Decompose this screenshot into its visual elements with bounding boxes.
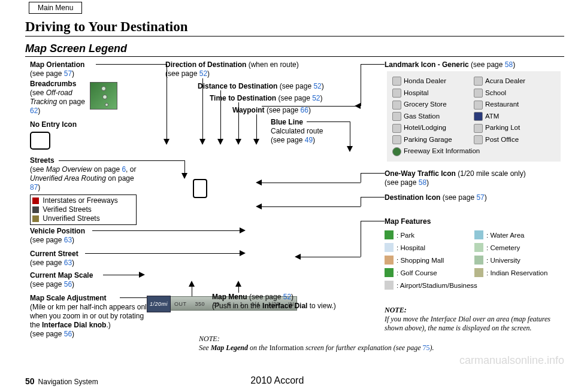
page-link-75[interactable]: 75 <box>423 344 430 352</box>
breadcrumbs-l2: on page <box>57 98 85 106</box>
page-title: Driving to Your Destination <box>25 5 564 37</box>
streets-close: ) <box>38 183 40 192</box>
page-link-58a[interactable]: 58 <box>505 60 513 69</box>
cemetery-swatch <box>474 243 483 252</box>
leader-line <box>92 230 240 231</box>
direction-suffix: (when en route) <box>246 60 298 69</box>
hospital-swatch <box>385 243 394 252</box>
arrow-right-icon <box>240 250 246 256</box>
park-label: : Park <box>397 232 414 239</box>
landmark-honda: Honda Dealer <box>404 77 446 84</box>
bottom-note: NOTE: See Map Legend on the Information … <box>199 335 456 353</box>
direction-label: Direction of Destination <box>165 60 246 69</box>
page-link-57a[interactable]: 57 <box>64 69 72 78</box>
page-link-52d[interactable]: 52 <box>283 293 291 301</box>
one-way-label: One-Way Traffic Icon <box>385 169 456 178</box>
blue-line-body: Calculated route <box>271 127 323 135</box>
school-icon <box>474 89 483 98</box>
map-menu-body1: (Push in on the <box>212 302 262 310</box>
arrow-down-icon <box>164 139 170 145</box>
current-street-see: (see page <box>30 259 64 267</box>
page-link-52b[interactable]: 52 <box>313 82 321 90</box>
waypoint-block: Waypoint (see page 66) <box>232 106 364 115</box>
no-entry-icon <box>30 132 50 150</box>
streets-block: Streets (see Map Overview on page 6, or … <box>30 156 143 225</box>
current-map-scale-label: Current Map Scale <box>30 271 93 279</box>
golf-swatch <box>385 268 394 277</box>
landmark-gas: Gas Station <box>404 113 440 120</box>
destination-icon-close: ) <box>485 193 487 202</box>
freeway-exit-icon <box>392 147 401 156</box>
landmark-acura: Acura Dealer <box>485 77 525 84</box>
leader-line <box>262 106 361 107</box>
leader-line <box>361 197 385 197</box>
streets-i2: Unverified Area Routing <box>30 174 106 183</box>
vehicle-position-see: (see page <box>30 236 64 244</box>
streets-label: Streets <box>30 156 55 165</box>
distance-to-destination-block: Distance to Destination (see page 52) <box>198 82 365 91</box>
scale-adjust-see: (see page <box>30 330 64 338</box>
landmark-hotel: Hotel/Lodging <box>404 124 446 131</box>
leader-line <box>103 275 139 275</box>
main-menu-button[interactable]: Main Menu <box>29 2 82 14</box>
university-label: : University <box>486 257 520 264</box>
leader-line <box>361 64 385 65</box>
page-link-49[interactable]: 49 <box>305 136 313 144</box>
post-office-icon <box>474 135 483 144</box>
map-menu-block: Map Menu (see page 52) (Push in on the I… <box>212 293 368 311</box>
right-note-body: If you move the Interface Dial over an a… <box>385 315 550 332</box>
page-link-52c[interactable]: 52 <box>312 94 320 102</box>
arrow-down-icon <box>199 139 205 145</box>
map-features-table: : Park : Water Area : Hospital : Cemeter… <box>385 230 564 293</box>
acura-icon <box>474 77 483 86</box>
time-close: ) <box>320 94 323 102</box>
arrow-down-icon <box>181 173 187 179</box>
park-swatch <box>385 230 394 239</box>
map-orientation-label: Map Orientation <box>30 60 84 69</box>
direction-of-destination-block: Direction of Destination (when en route)… <box>165 60 345 78</box>
map-menu-label: Map Menu <box>212 293 247 301</box>
note-mid: on the <box>248 344 270 352</box>
verified-swatch <box>32 206 39 213</box>
current-map-scale-see: (see page <box>30 280 64 288</box>
streets-i1: Map Overview <box>46 165 92 174</box>
landmark-restaurant: Restaurant <box>485 101 519 108</box>
leader-line <box>59 160 184 161</box>
water-label: : Water Area <box>486 232 525 239</box>
map-scale-adjustment-block: Map Scale Adjustment (Mile or km per hal… <box>30 294 156 339</box>
current-street-close: ) <box>72 259 74 267</box>
arrow-down-icon <box>217 139 223 145</box>
page-link-56b[interactable]: 56 <box>64 330 72 338</box>
page-link-63b[interactable]: 63 <box>64 259 72 267</box>
map-features-header: Map Features <box>385 217 564 226</box>
landmark-hospital: Hospital <box>404 89 429 96</box>
breadcrumb-graphic <box>90 82 117 110</box>
page-link-52a[interactable]: 52 <box>199 69 207 78</box>
leader-line <box>361 221 385 221</box>
page-subtitle: Map Screen Legend <box>25 42 564 57</box>
direction-see: (see page <box>165 69 199 78</box>
distance-see: (see page <box>277 82 313 90</box>
breadcrumbs-close: ) <box>38 107 40 115</box>
one-way-suffix: (1/20 mile scale only) <box>456 169 526 178</box>
footer-model: 2010 Accord <box>98 375 456 386</box>
unverified-swatch <box>32 215 39 222</box>
leader-line <box>85 253 240 254</box>
page-number: 50 <box>25 376 35 386</box>
page-link-62[interactable]: 62 <box>30 107 38 115</box>
page-link-56a[interactable]: 56 <box>64 280 72 288</box>
page-link-57b[interactable]: 57 <box>476 193 484 202</box>
note-post: screen for further explanation (see page <box>304 344 423 352</box>
watermark: carmanualsonline.info <box>459 354 564 367</box>
note-end: ). <box>430 344 434 352</box>
landmark-atm: ATM <box>485 113 499 120</box>
page-link-63a[interactable]: 63 <box>64 236 72 244</box>
landmark-parking-garage: Parking Garage <box>404 136 452 143</box>
page-link-87[interactable]: 87 <box>30 183 38 192</box>
leader-line <box>361 221 361 257</box>
page-link-58b[interactable]: 58 <box>419 178 426 187</box>
interstate-label: Interstates or Freeways <box>41 196 118 205</box>
hospital-label: : Hospital <box>397 244 425 251</box>
page-link-66[interactable]: 66 <box>301 106 308 114</box>
leader-line <box>256 114 257 142</box>
